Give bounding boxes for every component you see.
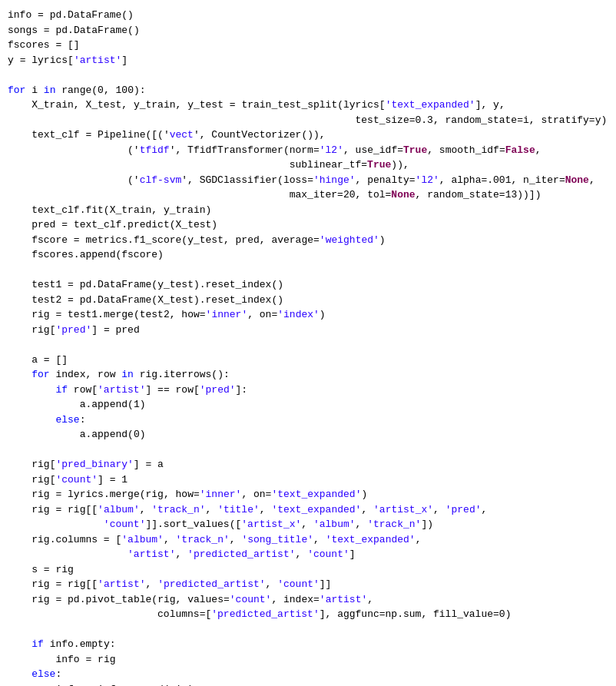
code-line-40: rig = pd.pivot_table(rig, values='count'… — [8, 592, 608, 608]
code-line-35: 'count']].sort_values(['artist_x', 'albu… — [8, 517, 608, 532]
code-line-15: pred = text_clf.predict(X_test) — [8, 217, 608, 233]
code-line-21: rig = test1.merge(test2, how='inner', on… — [8, 307, 608, 323]
code-line-4: y = lyrics['artist'] — [8, 53, 608, 68]
code-line-24: a = [] — [8, 353, 608, 368]
code-block: info = pd.DataFrame() songs = pd.DataFra… — [0, 8, 616, 686]
code-line-26: if row['artist'] == row['pred']: — [8, 383, 608, 398]
code-line-22: rig['pred'] = pred — [8, 323, 608, 338]
code-line-7: X_train, X_test, y_train, y_test = train… — [8, 98, 608, 113]
code-line-28: else: — [8, 413, 608, 428]
code-line-31: rig['pred_binary'] = a — [8, 457, 608, 472]
code-line-17: fscores.append(fscore) — [8, 247, 608, 263]
code-line-19: test1 = pd.DataFrame(y_test).reset_index… — [8, 277, 608, 293]
code-line-16: fscore = metrics.f1_score(y_test, pred, … — [8, 233, 608, 248]
code-line-29: a.append(0) — [8, 427, 608, 442]
code-line-43: if info.empty: — [8, 637, 608, 652]
code-line-23 — [8, 337, 608, 353]
code-line-6: for i in range(0, 100): — [8, 83, 608, 98]
code-line-39: rig = rig[['artist', 'predicted_artist',… — [8, 577, 608, 592]
code-line-9: text_clf = Pipeline([('vect', CountVecto… — [8, 128, 608, 143]
code-line-25: for index, row in rig.iterrows(): — [8, 367, 608, 383]
code-line-46: info = info.append(rig) — [8, 682, 608, 687]
code-line-32: rig['count'] = 1 — [8, 472, 608, 488]
code-line-14: text_clf.fit(X_train, y_train) — [8, 203, 608, 218]
code-line-12: ('clf-svm', SGDClassifier(loss='hinge', … — [8, 173, 608, 188]
code-line-44: info = rig — [8, 652, 608, 668]
code-line-45: else: — [8, 667, 608, 682]
code-line-38: s = rig — [8, 562, 608, 578]
code-line-18 — [8, 263, 608, 278]
code-line-13: max_iter=20, tol=None, random_state=13))… — [8, 187, 608, 203]
code-line-1: info = pd.DataFrame() — [8, 8, 608, 23]
code-line-20: test2 = pd.DataFrame(X_test).reset_index… — [8, 293, 608, 308]
code-line-8: test_size=0.3, random_state=i, stratify=… — [8, 113, 608, 128]
code-line-11: sublinear_tf=True)), — [8, 157, 608, 173]
code-line-5 — [8, 68, 608, 83]
code-line-33: rig = lyrics.merge(rig, how='inner', on=… — [8, 487, 608, 502]
code-container: info = pd.DataFrame() songs = pd.DataFra… — [0, 0, 616, 686]
code-line-3: fscores = [] — [8, 38, 608, 53]
code-line-27: a.append(1) — [8, 397, 608, 413]
code-line-10: ('tfidf', TfidfTransformer(norm='l2', us… — [8, 143, 608, 158]
code-line-30 — [8, 442, 608, 458]
code-line-2: songs = pd.DataFrame() — [8, 23, 608, 38]
code-line-42 — [8, 622, 608, 638]
code-line-36: rig.columns = ['album', 'track_n', 'song… — [8, 532, 608, 548]
code-line-41: columns=['predicted_artist'], aggfunc=np… — [8, 607, 608, 622]
code-line-37: 'artist', 'predicted_artist', 'count'] — [8, 547, 608, 562]
code-line-34: rig = rig[['album', 'track_n', 'title', … — [8, 502, 608, 518]
